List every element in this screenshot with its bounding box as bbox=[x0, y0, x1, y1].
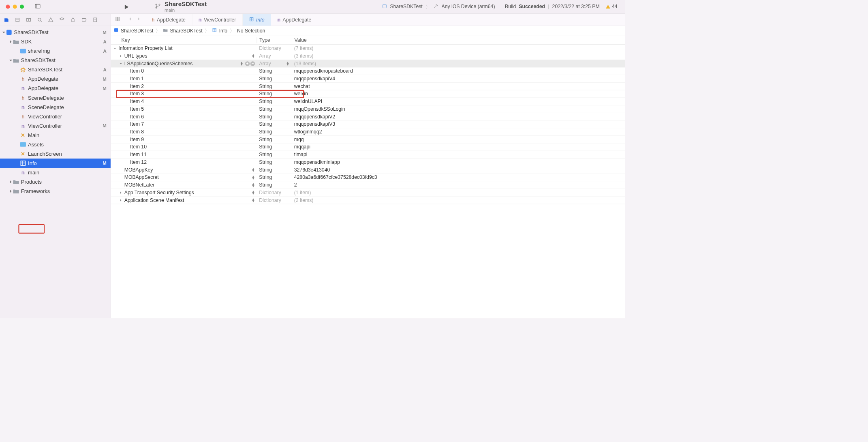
stepper-icon[interactable]: ▲▼ bbox=[252, 191, 255, 195]
tree-item[interactable]: Products bbox=[0, 177, 111, 187]
plist-row[interactable]: Item 6StringmqqopensdkapiV2 bbox=[111, 113, 625, 121]
run-button[interactable] bbox=[122, 3, 130, 12]
stepper-icon[interactable]: ▲▼ bbox=[252, 175, 255, 179]
related-items-icon[interactable] bbox=[115, 16, 120, 23]
forward-button[interactable] bbox=[136, 16, 141, 23]
plist-row[interactable]: Item 4StringweixinULAPI bbox=[111, 98, 625, 105]
disclosure-icon[interactable] bbox=[113, 47, 118, 50]
plist-row[interactable]: Item 10Stringmqqapi bbox=[111, 144, 625, 151]
disclosure-icon[interactable] bbox=[2, 31, 6, 34]
tree-root[interactable]: ShareSDKTest M bbox=[0, 28, 111, 37]
symbol-navigator-icon[interactable] bbox=[25, 16, 32, 23]
stepper-icon[interactable]: ▲▼ bbox=[252, 198, 255, 202]
tree-item[interactable]: mAppDelegateM bbox=[0, 84, 111, 93]
stepper-icon[interactable]: ▲▼ bbox=[252, 183, 255, 187]
close-window-button[interactable] bbox=[6, 5, 10, 9]
disclosure-icon[interactable] bbox=[9, 59, 13, 62]
add-button: + bbox=[245, 61, 250, 66]
breakpoint-navigator-icon[interactable] bbox=[81, 16, 88, 23]
m-file-icon: m bbox=[20, 104, 26, 110]
tree-item[interactable]: hAppDelegateM bbox=[0, 75, 111, 84]
tree-item[interactable]: hSceneDelegate bbox=[0, 93, 111, 103]
plist-row[interactable]: Item 1StringmqqopensdkapiV4 bbox=[111, 75, 625, 83]
svg-rect-15 bbox=[116, 17, 118, 19]
project-header[interactable]: ShareSDKTest main bbox=[155, 0, 207, 13]
editor-tab[interactable]: hAppDelegate bbox=[145, 14, 192, 26]
tree-item[interactable]: Frameworks bbox=[0, 187, 111, 196]
plist-row[interactable]: Item 2Stringwechat bbox=[111, 83, 625, 90]
tree-item[interactable]: mmain bbox=[0, 168, 111, 177]
back-button[interactable] bbox=[128, 16, 133, 23]
disclosure-icon[interactable] bbox=[118, 54, 123, 57]
type-stepper-icon[interactable]: ▲▼ bbox=[286, 62, 290, 66]
plist-key: Item 12 bbox=[130, 159, 147, 165]
plist-row[interactable]: MOBNetLater▲▼String2 bbox=[111, 181, 625, 189]
plist-row[interactable]: Item 9Stringmqq bbox=[111, 136, 625, 144]
minimize-window-button[interactable] bbox=[13, 5, 17, 9]
sidebar-toggle-icon[interactable] bbox=[34, 3, 41, 11]
tree-item[interactable]: Assets bbox=[0, 140, 111, 149]
plist-value: mqqopensdknopasteboard bbox=[292, 68, 625, 74]
disclosure-icon[interactable] bbox=[118, 199, 123, 202]
tree-item[interactable]: mSceneDelegate bbox=[0, 103, 111, 112]
status-bar[interactable]: ShareSDKTest 〉 Any iOS Device (arm64) Bu… bbox=[378, 2, 621, 11]
warnings-badge[interactable]: 44 bbox=[605, 4, 617, 9]
breadcrumb-3[interactable]: No Selection bbox=[237, 28, 265, 34]
disclosure-icon[interactable] bbox=[118, 191, 123, 194]
tree-item[interactable]: hViewController bbox=[0, 112, 111, 121]
plist-value: (2 items) bbox=[292, 197, 625, 203]
disclosure-icon[interactable] bbox=[118, 62, 123, 65]
disclosure-icon[interactable] bbox=[9, 40, 13, 43]
plist-row[interactable]: Information Property ListDictionary(7 it… bbox=[111, 45, 625, 52]
source-control-navigator-icon[interactable] bbox=[14, 16, 21, 23]
editor-tab[interactable]: mAppDelegate bbox=[271, 14, 318, 26]
header-value[interactable]: Value bbox=[292, 37, 625, 43]
plist-row[interactable]: Item 8Stringwtloginmqq2 bbox=[111, 128, 625, 136]
stepper-icon[interactable]: ▲▼ bbox=[240, 62, 244, 66]
stepper-icon[interactable]: ▲▼ bbox=[252, 54, 255, 58]
plist-row[interactable]: MOBAppKey▲▼String3276d3e413040 bbox=[111, 166, 625, 174]
main-area: ShareSDKTest M SDKAshareImgAShareSDKTest… bbox=[0, 26, 625, 318]
issue-navigator-icon[interactable] bbox=[47, 16, 54, 23]
plist-row[interactable]: Item 11Stringtimapi bbox=[111, 151, 625, 159]
tree-item[interactable]: mViewControllerM bbox=[0, 121, 111, 131]
tree-item[interactable]: SDKA bbox=[0, 37, 111, 46]
plist-row[interactable]: Item 0Stringmqqopensdknopasteboard bbox=[111, 67, 625, 75]
breadcrumb-0[interactable]: ShareSDKTest bbox=[121, 28, 153, 34]
plist-row[interactable]: LSApplicationQueriesSchemes▲▼+−Array▲▼(1… bbox=[111, 60, 625, 68]
tree-item[interactable]: InfoM bbox=[0, 159, 111, 168]
plist-row[interactable]: Item 12Stringmqqopensdkminiapp bbox=[111, 159, 625, 166]
plist-row[interactable]: Item 5StringmqqOpensdkSSoLogin bbox=[111, 105, 625, 113]
breadcrumb-2[interactable]: Info bbox=[219, 28, 227, 34]
add-remove-buttons[interactable]: +− bbox=[245, 61, 255, 66]
disclosure-icon[interactable] bbox=[9, 190, 13, 193]
test-navigator-icon[interactable] bbox=[58, 16, 65, 23]
breadcrumb-1[interactable]: ShareSDKTest bbox=[170, 28, 202, 34]
header-key[interactable]: Key bbox=[111, 37, 257, 43]
editor-tab[interactable]: Info bbox=[243, 14, 271, 26]
debug-navigator-icon[interactable] bbox=[69, 16, 76, 23]
disclosure-icon[interactable] bbox=[9, 180, 13, 183]
breadcrumb[interactable]: ShareSDKTest 〉 ShareSDKTest 〉 Info 〉 No … bbox=[111, 26, 625, 36]
tree-item[interactable]: ✕Main bbox=[0, 131, 111, 140]
header-type[interactable]: Type bbox=[257, 37, 292, 43]
maximize-window-button[interactable] bbox=[20, 5, 24, 9]
find-navigator-icon[interactable] bbox=[36, 16, 43, 23]
plist-key: URL types bbox=[124, 53, 148, 59]
plist-icon bbox=[20, 160, 26, 167]
tree-item[interactable]: ShareSDKTestA bbox=[0, 65, 111, 75]
report-navigator-icon[interactable] bbox=[92, 16, 98, 23]
plist-row[interactable]: App Transport Security Settings▲▼Diction… bbox=[111, 189, 625, 197]
plist-row[interactable]: Item 7StringmqqopensdkapiV3 bbox=[111, 120, 625, 128]
build-label: Build bbox=[505, 4, 516, 9]
plist-row[interactable]: URL types▲▼Array(3 items) bbox=[111, 52, 625, 60]
tree-item[interactable]: ShareSDKTest bbox=[0, 56, 111, 65]
plist-row[interactable]: MOBAppSecret▲▼String4280a3a6df667cfce375… bbox=[111, 174, 625, 181]
project-navigator-icon[interactable] bbox=[3, 16, 10, 23]
stepper-icon[interactable]: ▲▼ bbox=[252, 168, 255, 172]
image-icon bbox=[20, 48, 26, 54]
tree-item[interactable]: ✕LaunchScreen bbox=[0, 149, 111, 159]
tree-item[interactable]: shareImgA bbox=[0, 46, 111, 56]
plist-row[interactable]: Application Scene Manifest▲▼Dictionary(2… bbox=[111, 197, 625, 204]
editor-tab[interactable]: mViewController bbox=[192, 14, 242, 26]
